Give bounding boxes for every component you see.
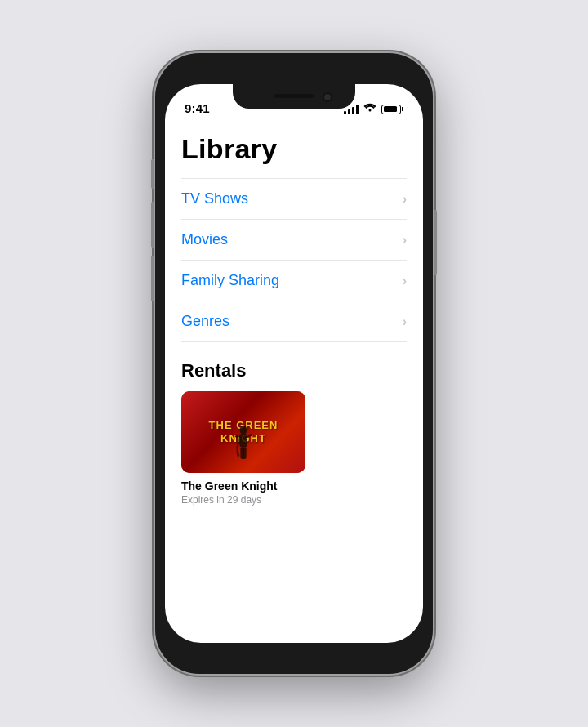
tv-shows-item[interactable]: TV Shows › — [181, 179, 407, 220]
main-content: Library TV Shows › Movies › Family Shari… — [165, 120, 423, 643]
phone-screen: 9:41 — [165, 84, 423, 643]
notch — [233, 84, 355, 109]
movie-figure-icon — [231, 426, 256, 466]
status-icons — [344, 103, 403, 115]
battery-icon — [381, 105, 403, 114]
chevron-right-icon: › — [403, 274, 407, 288]
genres-item[interactable]: Genres › — [181, 301, 407, 342]
rentals-header: Rentals — [181, 360, 407, 381]
svg-rect-5 — [243, 447, 247, 459]
rental-expiry: Expires in 29 days — [181, 494, 305, 506]
chevron-right-icon: › — [403, 233, 407, 248]
status-time: 9:41 — [185, 101, 210, 115]
chevron-right-icon: › — [403, 192, 407, 207]
family-sharing-item[interactable]: Family Sharing › — [181, 261, 407, 301]
svg-rect-3 — [247, 434, 253, 438]
page-title: Library — [181, 133, 407, 165]
movies-item[interactable]: Movies › — [181, 220, 407, 261]
tv-shows-label: TV Shows — [181, 190, 248, 207]
rental-thumbnail: THE GREEN KNIGHT — [181, 391, 305, 473]
rental-title: The Green Knight — [181, 479, 305, 493]
power-button — [434, 210, 437, 275]
volume-down-button — [151, 256, 154, 301]
mute-button — [151, 159, 154, 189]
phone-wrapper: 9:41 — [147, 45, 441, 682]
camera — [323, 92, 332, 102]
speaker — [274, 94, 314, 98]
movie-poster-bg: THE GREEN KNIGHT — [181, 391, 305, 473]
family-sharing-label: Family Sharing — [181, 272, 279, 289]
movies-label: Movies — [181, 231, 228, 248]
svg-point-0 — [239, 426, 247, 435]
wifi-icon — [363, 103, 376, 115]
rental-item[interactable]: THE GREEN KNIGHT — [181, 391, 305, 506]
chevron-right-icon: › — [403, 314, 407, 329]
library-list: TV Shows › Movies › Family Sharing › Gen… — [181, 178, 407, 342]
genres-label: Genres — [181, 313, 229, 330]
phone-frame: 9:41 — [155, 53, 433, 674]
volume-up-button — [151, 202, 154, 248]
